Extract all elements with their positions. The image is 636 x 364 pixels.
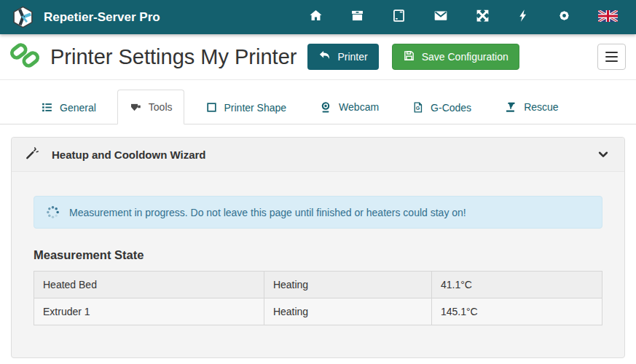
webcam-icon xyxy=(319,100,332,114)
printer-button-label: Printer xyxy=(337,51,367,63)
printer-button[interactable]: Printer xyxy=(307,44,378,70)
heatup-wizard-panel-header[interactable]: Heatup and Cooldown Wizard xyxy=(12,138,624,172)
tab-rescue-label: Rescue xyxy=(524,101,558,113)
extruder-icon xyxy=(129,100,142,114)
hamburger-icon-bar xyxy=(605,60,618,63)
alert-text: Measurement in progress. Do not leave th… xyxy=(69,207,466,218)
list-icon xyxy=(41,101,53,114)
brand[interactable]: Repetier-Server Pro xyxy=(11,5,160,29)
tab-gcodes-label: G-Codes xyxy=(431,102,471,114)
tab-tools[interactable]: Tools xyxy=(117,90,184,124)
device-cell: Heated Bed xyxy=(34,272,264,298)
tab-general-label: General xyxy=(60,102,96,114)
nav-language[interactable] xyxy=(598,10,618,25)
spinner-icon xyxy=(46,205,60,219)
tab-webcam-label: Webcam xyxy=(339,101,379,113)
save-configuration-button[interactable]: Save Configuration xyxy=(392,44,519,70)
home-icon xyxy=(308,8,323,26)
nav-home[interactable] xyxy=(308,8,323,26)
settings-tabs: General Tools Printer Shape Webcam xyxy=(0,80,636,124)
temperature-cell: 41.1°C xyxy=(431,272,602,298)
top-navbar: Repetier-Server Pro xyxy=(0,0,636,34)
nav-printer-box[interactable] xyxy=(350,8,365,26)
chevron-down-icon[interactable] xyxy=(597,148,610,161)
state-cell: Heating xyxy=(264,272,431,298)
virtual-printer-icon xyxy=(391,8,407,26)
gcode-file-icon: G xyxy=(412,101,424,114)
language-flag-en-icon xyxy=(598,10,618,25)
back-arrow-icon xyxy=(318,50,331,64)
panel-title: Heatup and Cooldown Wizard xyxy=(52,149,206,161)
page-title: Printer Settings My Printer xyxy=(50,45,297,69)
save-configuration-label: Save Configuration xyxy=(422,51,509,63)
device-cell: Extruder 1 xyxy=(34,298,264,325)
hamburger-icon-bar xyxy=(605,52,618,54)
page-header: Printer Settings My Printer Printer Save… xyxy=(0,34,636,80)
temperature-cell: 145.1°C xyxy=(431,298,602,325)
hamburger-icon-bar xyxy=(605,56,618,58)
tab-webcam[interactable]: Webcam xyxy=(307,90,390,124)
measurement-state-table: Heated Bed Heating 41.1°C Extruder 1 Hea… xyxy=(34,271,602,325)
table-row: Extruder 1 Heating 145.1°C xyxy=(34,298,602,325)
global-settings-icon xyxy=(557,8,572,26)
tab-printer-shape[interactable]: Printer Shape xyxy=(194,90,299,124)
brand-title: Repetier-Server Pro xyxy=(44,10,160,25)
nav-quick-commands[interactable] xyxy=(517,8,530,26)
table-row: Heated Bed Heating 41.1°C xyxy=(34,272,602,298)
printer-box-icon xyxy=(350,8,365,26)
nav-messages[interactable] xyxy=(433,8,449,26)
fullscreen-icon xyxy=(475,8,490,26)
save-icon xyxy=(403,50,415,64)
header-menu-button[interactable] xyxy=(597,44,626,70)
nav-global-settings[interactable] xyxy=(557,8,572,26)
tab-tools-label: Tools xyxy=(149,101,173,113)
quick-commands-icon xyxy=(517,8,530,26)
svg-text:G: G xyxy=(416,106,420,111)
rescue-nozzle-icon xyxy=(504,100,517,114)
link-chain-icon xyxy=(9,39,41,74)
navbar-icon-menu xyxy=(308,8,625,26)
tab-rescue[interactable]: Rescue xyxy=(492,90,570,124)
repetier-logo-icon xyxy=(11,5,35,29)
nav-fullscreen[interactable] xyxy=(475,8,490,26)
messages-icon xyxy=(433,8,449,26)
heatup-wizard-panel: Heatup and Cooldown Wizard Measurement i… xyxy=(11,137,625,358)
square-outline-icon xyxy=(205,101,218,114)
measurement-state-heading: Measurement State xyxy=(34,248,602,262)
magic-wand-icon xyxy=(25,146,39,163)
tab-printer-shape-label: Printer Shape xyxy=(224,102,287,114)
nav-virtual-printer[interactable] xyxy=(391,8,407,26)
panel-body: Measurement in progress. Do not leave th… xyxy=(12,172,624,357)
state-cell: Heating xyxy=(264,298,431,325)
measurement-progress-alert: Measurement in progress. Do not leave th… xyxy=(34,196,602,229)
tab-general[interactable]: General xyxy=(29,90,108,124)
tab-gcodes[interactable]: G G-Codes xyxy=(400,90,483,124)
